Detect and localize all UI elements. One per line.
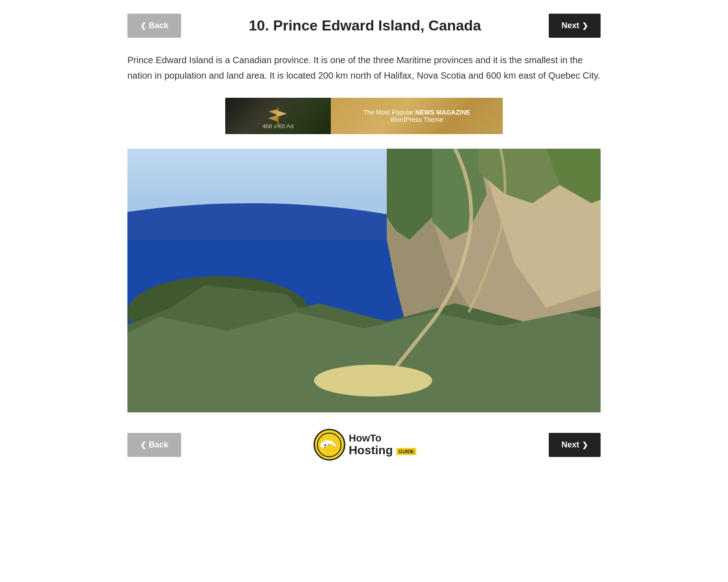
next-label-bottom: Next	[561, 440, 579, 450]
back-label-bottom: Back	[149, 440, 168, 450]
description-text: Prince Edward Island is a Canadian provi…	[127, 52, 601, 83]
svg-marker-3	[268, 115, 277, 121]
next-button-bottom[interactable]: Next	[549, 433, 601, 457]
svg-marker-1	[269, 109, 277, 115]
ad-bold-text: NEWS MAGAZINE	[415, 109, 470, 116]
ad-left-section: 468 x 60 Ad	[225, 98, 331, 134]
next-label-top: Next	[561, 21, 579, 30]
next-button-top[interactable]: Next	[549, 14, 601, 38]
svg-point-22	[314, 365, 432, 396]
hosting-text: Hosting GUIDE	[349, 444, 417, 457]
svg-point-27	[327, 441, 334, 446]
landscape-svg	[127, 149, 601, 412]
ad-banner[interactable]: 468 x 60 Ad The Most Popular NEWS MAGAZI…	[225, 98, 503, 134]
top-nav-bar: Back 10. Prince Edward Island, Canada Ne…	[127, 9, 601, 38]
branding-logo	[313, 429, 345, 461]
main-image-container	[127, 149, 601, 412]
logo-icon	[317, 432, 342, 457]
page-title: 10. Prince Edward Island, Canada	[181, 17, 549, 34]
chevron-left-icon	[140, 21, 146, 30]
ad-right-section: The Most Popular NEWS MAGAZINE WordPress…	[331, 98, 503, 134]
how-to-text: HowTo	[349, 433, 417, 444]
ad-size-label: 468 x 60 Ad	[263, 123, 294, 130]
main-landscape-image	[127, 149, 601, 412]
ad-text-line2: WordPress Theme	[390, 116, 443, 123]
svg-point-24	[320, 441, 333, 449]
branding-text: HowTo Hosting GUIDE	[349, 433, 417, 457]
chevron-right-bottom-icon	[582, 440, 588, 450]
svg-marker-2	[277, 110, 287, 117]
bottom-nav-bar: Back	[127, 429, 601, 474]
svg-point-26	[323, 440, 330, 447]
branding-section: HowTo Hosting GUIDE	[313, 429, 417, 461]
chevron-right-icon	[582, 21, 588, 30]
guide-badge: GUIDE	[396, 448, 417, 455]
page-wrapper: Back 10. Prince Edward Island, Canada Ne…	[114, 0, 614, 492]
back-button-bottom[interactable]: Back	[127, 433, 181, 457]
back-label-top: Back	[149, 21, 168, 30]
svg-point-29	[328, 444, 330, 446]
chevron-left-bottom-icon	[140, 440, 146, 450]
svg-point-28	[324, 444, 326, 446]
svg-point-25	[325, 442, 336, 450]
back-button-top[interactable]: Back	[127, 14, 181, 38]
ad-text-line1: The Most Popular NEWS MAGAZINE	[363, 109, 470, 116]
